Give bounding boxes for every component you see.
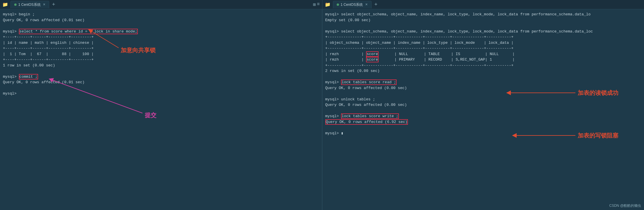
line-5: +----+------+------+---------+---------+ [3, 34, 319, 40]
r-line-10: +---------------+-------------+---------… [325, 63, 641, 68]
main-content: mysql> begin ; Query OK, 0 rows affected… [0, 9, 644, 210]
r-line-3 [325, 23, 641, 29]
tab-title-left: 1 CentOS系统 [18, 2, 41, 7]
r-line-18 [325, 108, 641, 114]
highlight-lock-read: lock tables score read ; [341, 79, 397, 85]
tab-bar-right: 📁 1 CentOS系统 × + [322, 0, 644, 9]
tab-add-right[interactable]: + [373, 2, 379, 8]
line-12: mysql> commit ; [3, 74, 319, 80]
highlight-commit: commit ; [19, 74, 38, 79]
tab-title-right: 1 CentOS系统 [341, 2, 363, 7]
line-1: mysql> begin ; [3, 12, 319, 17]
r-line-16: mysql> unlock tables ; [325, 97, 641, 102]
r-line-13: mysql> lock tables score read ; [325, 79, 641, 85]
line-13: Query OK, 0 rows affected (0.01 sec) [3, 79, 319, 85]
line-2: Query OK, 0 rows affected (0.01 sec) [3, 17, 319, 23]
folder-icon-right[interactable]: 📁 [325, 2, 331, 8]
r-line-21 [325, 125, 641, 131]
r-line-14: Query OK, 0 rows affected (0.00 sec) [325, 85, 641, 91]
r-line-20: Query OK, 0 rows affected (6.92 sec) [325, 119, 641, 125]
line-7: +----+------+------+---------+---------+ [3, 46, 319, 51]
r-line-7: +---------------+-------------+---------… [325, 46, 641, 51]
line-8: | 1 | Tom | 67 | 88 | 100 | [3, 51, 319, 57]
terminal-right[interactable]: mysql> select object_schema, object_name… [322, 9, 644, 210]
tab-bar: 📁 1 CentOS系统 × + ⊞ ≡ 📁 1 CentOS系统 × + [0, 0, 644, 9]
line-14 [3, 85, 319, 91]
folder-icon-left[interactable]: 📁 [2, 2, 8, 8]
r-line-4: mysql> select object_schema, object_name… [325, 29, 641, 35]
r-line-8: | rmzh | score | NULL | TABLE | IS | NUL… [325, 51, 641, 57]
view-icons-left: ⊞ ≡ [313, 2, 320, 8]
line-11 [3, 68, 319, 74]
r-line-17: Query OK, 0 rows affected (0.00 sec) [325, 102, 641, 108]
r-line-11: 2 rows in set (0.00 sec) [325, 68, 641, 74]
tab-dot-left [14, 3, 17, 6]
line-3 [3, 23, 319, 29]
line-10: 1 row in set (0.00 sec) [3, 63, 319, 68]
tab-dot-right [337, 3, 339, 6]
tab-left[interactable]: 1 CentOS系统 × [10, 1, 49, 8]
r-line-15 [325, 91, 641, 97]
annotation-commit: 提交 [145, 112, 157, 118]
tab-add-left[interactable]: + [50, 2, 57, 8]
r-line-12 [325, 74, 641, 80]
line-6: | id | name | math | english | chinese | [3, 40, 319, 46]
line-9: +----+------+------+---------+---------+ [3, 57, 319, 63]
r-line-2: Empty set (0.00 sec) [325, 17, 641, 23]
r-line-9: | rmzh | score | PRIMARY | RECORD | S,RE… [325, 57, 641, 63]
tab-bar-left: 📁 1 CentOS系统 × + ⊞ ≡ [0, 0, 322, 9]
highlight-lock-write: lock tables score write ; [341, 113, 399, 119]
list-icon[interactable]: ≡ [317, 2, 320, 8]
grid-icon[interactable]: ⊞ [313, 2, 316, 8]
r-line-6: | object_schema | object_name | index_na… [325, 40, 641, 46]
watermark: CSDN @酷酷的懒虫 [609, 203, 641, 208]
line-15: mysql> [3, 91, 319, 97]
tab-close-left[interactable]: × [43, 2, 45, 7]
tab-right[interactable]: 1 CentOS系统 × [333, 1, 372, 8]
line-4: mysql> select * from score where id = 1 … [3, 29, 319, 35]
terminal-left[interactable]: mysql> begin ; Query OK, 0 rows affected… [0, 9, 322, 210]
r-line-1: mysql> select object_schema, object_name… [325, 12, 641, 17]
highlight-score-2: score [366, 57, 379, 62]
tab-close-right[interactable]: × [365, 2, 368, 7]
r-line-19: mysql> lock tables score write ; [325, 113, 641, 119]
r-line-22: mysql> ▮ [325, 131, 641, 136]
highlight-query-result: Query OK, 0 rows affected (6.92 sec) [325, 119, 408, 125]
r-line-5: +---------------+-------------+---------… [325, 34, 641, 40]
highlight-score-1: score [366, 51, 379, 57]
highlight-select-share: select * from score where id = 1 lock in… [19, 29, 138, 34]
